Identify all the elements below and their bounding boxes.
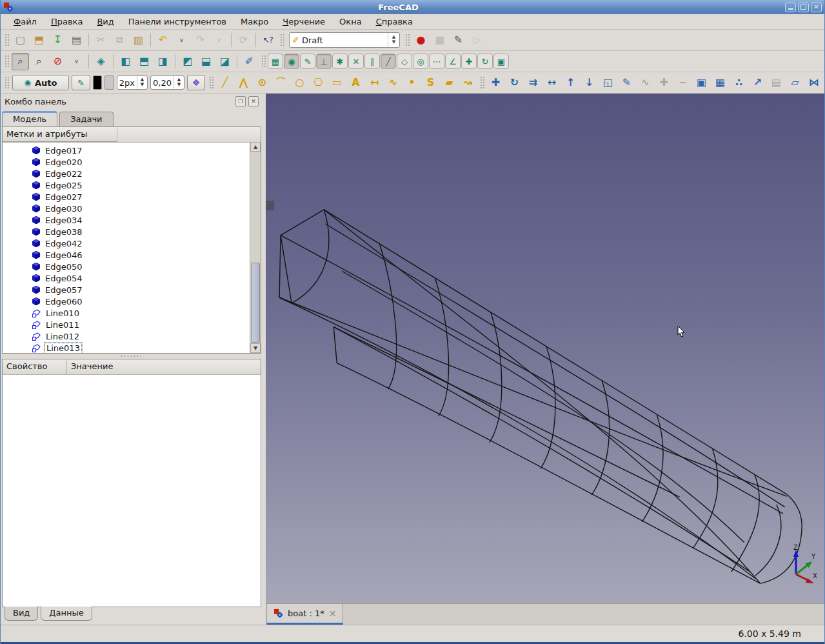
snap-special-toggle[interactable]: ▣ — [493, 54, 509, 69]
print-button[interactable]: ▤ — [68, 32, 85, 49]
draft-downgrade-button[interactable]: ↓ — [581, 74, 598, 92]
draft-delete-point-button[interactable]: − — [674, 74, 691, 92]
toolbar-grip[interactable] — [4, 33, 9, 47]
tree-item-edge[interactable]: Edge025 — [32, 179, 261, 191]
draft-upgrade-button[interactable]: ↑ — [562, 74, 579, 92]
draft-bezier-button[interactable]: ↝ — [459, 74, 477, 92]
draft-rectangle-button[interactable]: ▭ — [328, 74, 346, 92]
construction-mode-button[interactable]: ✎ — [72, 75, 90, 90]
draft-rotate-button[interactable]: ↻ — [506, 74, 523, 92]
zoom-button[interactable]: ⌕ — [30, 53, 48, 70]
macro-record-button[interactable]: ● — [412, 32, 430, 49]
menu-item[interactable]: Файл — [7, 15, 43, 28]
draft-arc-button[interactable]: ⌒ — [272, 74, 290, 92]
scrollbar-thumb[interactable] — [251, 263, 260, 343]
draft-shapestring-button[interactable]: S — [422, 74, 439, 92]
line-color-swatch[interactable] — [93, 75, 102, 90]
face-color-swatch[interactable] — [104, 75, 114, 90]
right-view-button[interactable]: ◨ — [154, 53, 172, 70]
snap-perpendicular-toggle[interactable]: ⊥ — [316, 54, 332, 69]
document-tab[interactable]: boat : 1* ✕ — [266, 604, 343, 625]
apply-style-button[interactable]: ❖ — [187, 75, 205, 90]
tree-item-edge[interactable]: Edge022 — [32, 168, 261, 179]
toolbar-grip[interactable] — [4, 54, 9, 68]
refresh-button[interactable]: ⟳ — [235, 32, 252, 49]
tree-item-edge[interactable]: Edge046 — [32, 249, 261, 261]
tree-header-label[interactable]: Метки и атрибуты — [3, 127, 117, 142]
snap-lock-toggle[interactable]: ◉ — [284, 54, 299, 69]
tree-item-edge[interactable]: Edge050 — [32, 261, 261, 272]
draft-polygon-button[interactable]: ⎔ — [310, 74, 327, 92]
scale-spinner[interactable]: 0,20 ▲▼ — [150, 75, 184, 90]
spinner-arrows-icon[interactable]: ▲▼ — [174, 76, 184, 89]
menu-item[interactable]: Окна — [333, 15, 368, 28]
tree-item-edge[interactable]: Edge057 — [32, 284, 261, 296]
document-tab-close-icon[interactable]: ✕ — [329, 609, 337, 619]
undo-button[interactable]: ↶ — [154, 32, 172, 49]
menu-item[interactable]: Макро — [234, 15, 275, 28]
scroll-up-icon[interactable]: ▲ — [250, 142, 261, 152]
snap-midpoint-toggle[interactable]: ◇ — [397, 54, 412, 69]
paste-button[interactable]: ▥ — [130, 32, 147, 49]
snap-angle-toggle[interactable]: ✱ — [332, 54, 348, 69]
tree-item-edge[interactable]: Edge060 — [32, 296, 261, 307]
tree-item-edge[interactable]: Edge020 — [32, 156, 261, 168]
redo-button[interactable]: ↷ — [192, 32, 209, 49]
toolbar-grip[interactable] — [261, 54, 266, 68]
draft-wire-button[interactable]: ⋀ — [235, 74, 252, 92]
draft-move-button[interactable]: ✚ — [487, 74, 504, 92]
draft-array-button[interactable]: ▦ — [711, 74, 729, 92]
draft-ellipse-button[interactable]: ○ — [291, 74, 308, 92]
tree-item-line[interactable]: Line011 — [32, 319, 261, 330]
axonometric-view-button[interactable]: ◈ — [92, 53, 110, 70]
tree-scrollbar[interactable]: ▲ ▼ — [250, 142, 261, 353]
tree-item-line[interactable]: Line012 — [32, 330, 261, 342]
dock-close-button[interactable]: ✕ — [248, 96, 259, 106]
toolbar-grip[interactable] — [208, 75, 214, 90]
menu-item[interactable]: Справка — [370, 15, 419, 28]
snap-extension-toggle[interactable]: ╱ — [381, 54, 396, 69]
property-body[interactable] — [3, 375, 261, 607]
macro-stop-button[interactable]: ■ — [431, 32, 448, 49]
snap-intersection-toggle[interactable]: ✕ — [348, 54, 364, 69]
toolbar-grip[interactable] — [4, 75, 9, 90]
tree-item-edge[interactable]: Edge030 — [32, 203, 261, 214]
draft-dimension-button[interactable]: ↤ — [366, 74, 383, 92]
snap-working-plane-toggle[interactable]: ↻ — [477, 54, 493, 69]
draft-circle-button[interactable]: ⊙ — [253, 74, 271, 92]
snap-angle2-toggle[interactable]: ∠ — [445, 54, 461, 69]
tree-item-line[interactable]: Line010 — [32, 307, 261, 319]
workbench-selector[interactable]: ✐ Draft ▲▼ — [289, 32, 400, 48]
draft-text-button[interactable]: A — [347, 74, 364, 92]
bottom-view-button[interactable]: ⬓ — [197, 53, 215, 70]
top-view-button[interactable]: ⬒ — [135, 53, 153, 70]
measure-distance-button[interactable]: ✐ — [241, 53, 258, 70]
draft-trimex-button[interactable]: ↔ — [543, 74, 561, 92]
tree-item-line[interactable]: Line013 — [32, 342, 261, 353]
draft-wire-to-bspline-button[interactable]: ∿ — [637, 74, 654, 92]
draft-add-point-button[interactable]: ✚ — [655, 74, 673, 92]
panel-splitter[interactable] — [1, 354, 263, 359]
draft-point-button[interactable]: • — [403, 74, 421, 92]
left-view-button[interactable]: ◪ — [216, 53, 234, 70]
draft-scale-button[interactable]: ◱ — [599, 74, 617, 92]
combo-panel-tab[interactable]: Задачи — [59, 112, 113, 126]
whats-this-button[interactable]: ↖? — [259, 32, 277, 49]
new-document-button[interactable]: ▢ — [12, 32, 29, 49]
menu-item[interactable]: Вид — [90, 15, 120, 28]
draft-clone-button[interactable]: ↗ — [749, 74, 766, 92]
tree-item-edge[interactable]: Edge054 — [32, 272, 261, 284]
front-view-button[interactable]: ◧ — [117, 53, 134, 70]
draw-style-button[interactable]: ⊘ — [49, 53, 66, 70]
tree-item-edge[interactable]: Edge034 — [32, 214, 261, 226]
draw-style-menu-button[interactable]: ∨ — [68, 53, 85, 70]
draft-mirror-button[interactable]: ⋈ — [805, 74, 822, 92]
redo-menu-button[interactable]: ∨ — [210, 32, 228, 49]
maximize-button[interactable] — [798, 3, 809, 12]
draft-line-button[interactable]: ╱ — [216, 74, 234, 92]
snap-dimensions-toggle[interactable]: ✚ — [461, 54, 477, 69]
toolbar-grip[interactable] — [279, 33, 284, 47]
draft-bspline-button[interactable]: ∿ — [384, 74, 402, 92]
draft-edit-button[interactable]: ✎ — [618, 74, 635, 92]
open-document-button[interactable]: ⬒ — [30, 32, 48, 49]
